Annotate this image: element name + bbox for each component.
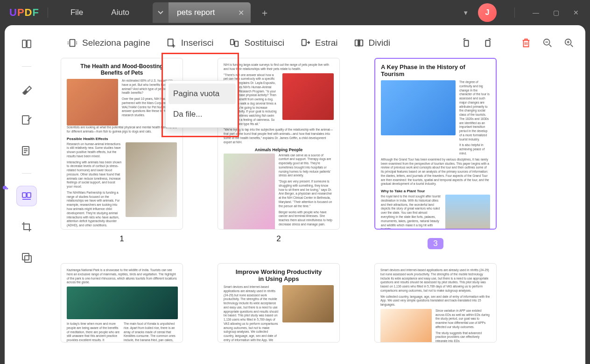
minimize-button[interactable]: —: [533, 9, 539, 16]
svg-rect-18: [302, 40, 306, 46]
svg-rect-0: [22, 40, 26, 48]
image-placeholder: [380, 309, 432, 343]
tab-title: pets report: [177, 8, 215, 17]
rail-handle[interactable]: [3, 186, 7, 189]
image-placeholder: [67, 287, 178, 319]
svg-rect-1: [27, 40, 31, 48]
rotate-left-icon[interactable]: [461, 38, 471, 48]
svg-rect-10: [22, 253, 29, 260]
svg-rect-22: [464, 41, 468, 47]
svg-rect-8: [27, 193, 31, 197]
page-number: 3: [428, 238, 443, 249]
svg-rect-23: [485, 41, 490, 47]
zoom-out-icon[interactable]: [542, 38, 553, 48]
watermark-icon[interactable]: [16, 247, 37, 268]
chevron-down-icon[interactable]: ▼: [463, 9, 469, 16]
replace-button[interactable]: Sostituisci: [229, 38, 284, 48]
image-placeholder: [282, 73, 334, 120]
main-area: Seleziona pagine Inserisci Sostituisci E…: [5, 25, 585, 364]
ocr-icon[interactable]: [16, 140, 37, 161]
insert-label: Inserisci: [181, 38, 214, 48]
delete-icon[interactable]: [521, 38, 531, 48]
svg-rect-19: [355, 40, 358, 46]
app-logo: UPDF: [9, 7, 39, 19]
new-tab-button[interactable]: ＋: [260, 7, 269, 19]
reader-mode-icon[interactable]: [16, 34, 37, 54]
page-thumbnail[interactable]: Improve Working Productivityin Using App…: [218, 263, 340, 343]
svg-rect-13: [168, 39, 173, 46]
pages-grid: The Health and Mood-BoostingBenefits of …: [61, 58, 567, 364]
left-rail: [5, 25, 49, 364]
separator: [22, 173, 31, 174]
zoom-in-icon[interactable]: [564, 38, 574, 48]
svg-rect-7: [22, 193, 26, 197]
rotate-right-icon[interactable]: [483, 38, 493, 48]
split-icon: [354, 38, 364, 48]
user-avatar[interactable]: J: [478, 3, 497, 22]
menu-help[interactable]: Aiuto: [97, 8, 143, 17]
svg-line-25: [549, 45, 552, 47]
extract-icon: [300, 38, 310, 48]
select-pages-icon: [67, 38, 77, 48]
svg-rect-20: [359, 40, 362, 46]
tab-prev-button[interactable]: [153, 2, 169, 23]
separator: [22, 66, 31, 67]
replace-label: Sostituisci: [244, 38, 284, 48]
insert-blank-page-item[interactable]: Pagina vuota: [169, 84, 236, 104]
page-thumbnail[interactable]: The Health and Mood-BoostingBenefits of …: [61, 58, 183, 230]
highlighter-icon[interactable]: [16, 79, 37, 99]
divider: [48, 7, 48, 18]
image-placeholder: [282, 285, 334, 322]
split-label: Dividi: [369, 38, 390, 48]
page-subheading: Possible Health Effects: [67, 137, 177, 141]
crop-icon[interactable]: [16, 217, 37, 237]
svg-rect-17: [235, 41, 238, 46]
insert-from-file-item[interactable]: Da file...: [169, 104, 236, 125]
page-subheading: Animals Helping People: [224, 147, 334, 152]
close-button[interactable]: ✕: [573, 9, 579, 16]
page-heading: The Health and Mood-BoostingBenefits of …: [67, 63, 177, 76]
insert-button[interactable]: Inserisci: [166, 38, 214, 48]
toolbar: Seleziona pagine Inserisci Sostituisci E…: [49, 25, 585, 56]
tab-close-icon[interactable]: ✕: [238, 8, 244, 17]
svg-rect-16: [231, 40, 234, 45]
replace-icon: [229, 38, 239, 48]
titlebar: UPDF File Aiuto pets report ✕ ＋ ▼ J — ▢ …: [0, 0, 590, 25]
image-placeholder: [126, 142, 177, 217]
page-heading: Improve Working Productivityin Using App…: [224, 268, 334, 282]
image-placeholder: [224, 154, 275, 230]
page-thumbnail[interactable]: Smart devices and internet-based applica…: [374, 263, 497, 343]
menu-file[interactable]: File: [56, 8, 97, 17]
extract-label: Estrai: [315, 38, 338, 48]
svg-rect-12: [70, 40, 75, 47]
organize-pages-icon[interactable]: [16, 186, 37, 206]
image-placeholder: [67, 79, 118, 126]
select-pages-button[interactable]: Seleziona pagine: [67, 38, 150, 48]
insert-dropdown: Pagina vuota Da file...: [165, 80, 239, 128]
page-heading: A Key Phase in the History of Tourism: [381, 63, 490, 77]
maximize-button[interactable]: ▢: [553, 9, 559, 16]
image-placeholder: [445, 195, 490, 230]
select-pages-label: Seleziona pagine: [82, 38, 150, 48]
split-button[interactable]: Dividi: [354, 38, 390, 48]
page-thumbnail[interactable]: Kaziranga National Park is a showcase to…: [61, 263, 183, 343]
edit-text-icon[interactable]: [16, 110, 37, 130]
divider: [514, 7, 515, 18]
svg-rect-11: [25, 256, 31, 262]
insert-icon: [166, 38, 176, 48]
document-tab[interactable]: pets report ✕: [169, 2, 251, 23]
svg-line-28: [571, 45, 573, 47]
image-placeholder: [381, 80, 456, 135]
extract-button[interactable]: Estrai: [300, 38, 338, 48]
page-subheading: Why to Take a Plant Tour: [381, 189, 490, 193]
page-number: 2: [218, 234, 340, 244]
page-number: 1: [61, 234, 183, 244]
page-thumbnail[interactable]: A Key Phase in the History of Tourism Th…: [374, 58, 497, 230]
